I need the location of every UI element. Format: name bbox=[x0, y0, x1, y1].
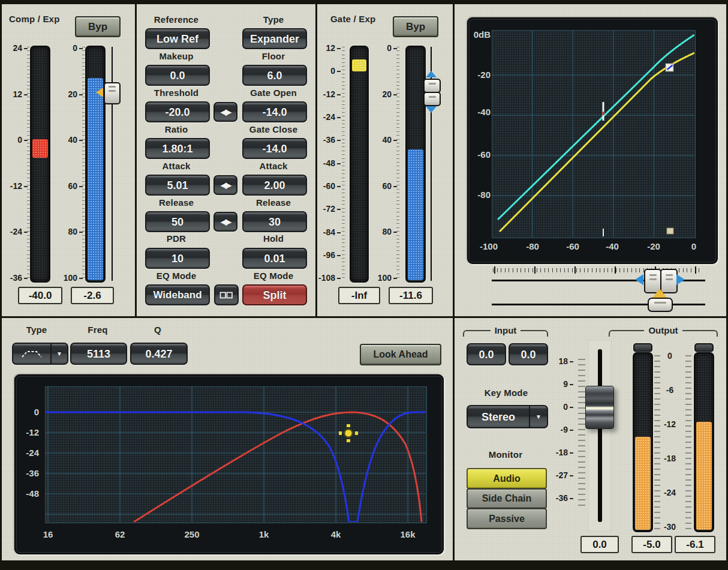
link-icon: ◀▶ bbox=[221, 181, 230, 189]
axis-label: -20 bbox=[463, 70, 491, 80]
comp-level-fill bbox=[88, 78, 103, 280]
threshold-link-button[interactable]: ◀▶ bbox=[213, 102, 237, 122]
output-right-readout: -6.1 bbox=[675, 536, 715, 553]
scale-label: -24 bbox=[317, 112, 341, 122]
reference-button[interactable]: Low Ref bbox=[145, 28, 210, 49]
floor-value[interactable]: 6.0 bbox=[242, 65, 307, 86]
output-fader-handle[interactable] bbox=[585, 386, 614, 429]
stereo-monitor-icon bbox=[219, 292, 233, 299]
gate-eq-mode-button[interactable]: Split bbox=[242, 284, 307, 305]
eq-type-label: Type bbox=[19, 325, 55, 335]
scale-label: -24 bbox=[2, 226, 28, 237]
sidechain-bandpass-curve bbox=[134, 412, 422, 522]
eq-type-dropdown[interactable]: ▼ bbox=[12, 343, 68, 365]
gate-attack-label: Attack bbox=[234, 161, 313, 172]
threshold-slider-track[interactable] bbox=[492, 304, 705, 305]
gate-close-arrow-icon bbox=[426, 106, 437, 113]
gate-gr-meter bbox=[350, 46, 369, 283]
gate-eq-mode-label: EQ Mode bbox=[234, 271, 313, 281]
comp-level-meter bbox=[85, 46, 106, 283]
comp-gr-readout: -40.0 bbox=[18, 287, 62, 304]
scale-label: -36 bbox=[547, 493, 573, 503]
scale-label: 80 bbox=[371, 226, 397, 237]
output-left-fill bbox=[635, 437, 651, 530]
scale-label: -18 bbox=[547, 447, 573, 458]
input-right-value[interactable]: 0.0 bbox=[509, 343, 548, 365]
scale-label: -36 bbox=[2, 272, 28, 283]
axis-label: -48 bbox=[15, 488, 39, 499]
gate-attack-value[interactable]: 2.00 bbox=[242, 175, 307, 196]
gate-gr-fill bbox=[352, 59, 366, 71]
scale-label: -48 bbox=[317, 158, 341, 169]
output-fader-track[interactable] bbox=[598, 349, 602, 522]
attack-link-button[interactable]: ◀▶ bbox=[213, 175, 237, 195]
comp-release-value[interactable]: 50 bbox=[145, 211, 210, 232]
gate-close-label: Gate Close bbox=[234, 125, 313, 135]
gate-open-value[interactable]: -14.0 bbox=[242, 101, 307, 122]
input-group: Input bbox=[463, 325, 548, 337]
gate-release-label: Release bbox=[234, 198, 313, 208]
scale-label: 60 bbox=[371, 181, 397, 191]
gate-title: Gate / Exp bbox=[330, 14, 375, 25]
gate-open-label: Gate Open bbox=[234, 88, 313, 98]
monitor-audio-button[interactable]: Audio bbox=[467, 468, 547, 489]
io-section: Input 0.0 0.0 Key Mode Stereo ▼ Monitor … bbox=[455, 318, 726, 560]
scale-label: 18 bbox=[547, 356, 573, 367]
gate-release-value[interactable]: 30 bbox=[242, 211, 307, 232]
comp-eq-mode-label: EQ Mode bbox=[137, 271, 216, 281]
comp-bypass-button[interactable]: Byp bbox=[75, 16, 121, 37]
scale-label: 12 bbox=[2, 89, 28, 100]
reference-label: Reference bbox=[137, 15, 216, 25]
scale-label: 0 bbox=[371, 43, 397, 53]
bandpass-shape-icon bbox=[20, 349, 43, 359]
threshold-value[interactable]: -20.0 bbox=[145, 101, 210, 122]
monitor-passive-button[interactable]: Passive bbox=[467, 508, 547, 529]
ruler-tick bbox=[695, 266, 696, 274]
plugin-window: Comp / Exp Byp 24 12 0 -12 -24 -36 0 20 … bbox=[0, 0, 728, 570]
axis-label: -36 bbox=[15, 468, 39, 479]
scale-label: -12 bbox=[2, 181, 28, 191]
gate-open-slider-handle[interactable] bbox=[423, 79, 441, 93]
filter-handle-marker[interactable] bbox=[339, 424, 358, 442]
ratio-value[interactable]: 1.80:1 bbox=[145, 138, 210, 159]
gate-transfer-curve bbox=[498, 35, 694, 220]
gate-open-arrow-icon bbox=[426, 71, 437, 77]
tick-strip bbox=[654, 355, 660, 529]
scale-label: -60 bbox=[317, 181, 341, 191]
eq-section: Type Freq Q ▼ 5113 0.427 Look Ahead bbox=[2, 318, 453, 560]
key-mode-dropdown[interactable]: Stereo ▼ bbox=[467, 405, 548, 428]
makeup-value[interactable]: 0.0 bbox=[145, 65, 210, 86]
gate-close-slider-handle[interactable] bbox=[423, 92, 441, 106]
comp-gr-meter bbox=[30, 46, 50, 283]
link-icon: ◀▶ bbox=[221, 218, 230, 226]
scale-label: 24 bbox=[2, 43, 28, 53]
output-left-meter bbox=[633, 352, 653, 532]
eq-freq-value[interactable]: 5113 bbox=[70, 343, 127, 365]
threshold-slider-handle[interactable] bbox=[648, 298, 673, 312]
release-link-button[interactable]: ◀▶ bbox=[213, 212, 237, 232]
comp-threshold-arrow-icon bbox=[96, 88, 103, 97]
monitor-side-chain-button[interactable]: Side Chain bbox=[467, 488, 547, 509]
comp-threshold-slider-handle[interactable] bbox=[104, 82, 121, 104]
comp-release-label: Release bbox=[137, 198, 216, 208]
eq-monitor-button[interactable] bbox=[214, 284, 239, 305]
gate-section: Gate / Exp Byp 12 0 -12 -24 -36 -48 -60 … bbox=[317, 4, 453, 316]
hold-value[interactable]: 0.01 bbox=[242, 248, 307, 269]
ruler-tick bbox=[534, 266, 536, 274]
output-right-clip-led[interactable] bbox=[694, 343, 714, 352]
look-ahead-button[interactable]: Look Ahead bbox=[360, 344, 441, 365]
comp-eq-mode-button[interactable]: Wideband bbox=[145, 284, 210, 305]
output-left-clip-led[interactable] bbox=[633, 343, 652, 352]
eq-q-value[interactable]: 0.427 bbox=[130, 343, 188, 365]
fader-tick-strip bbox=[578, 359, 585, 506]
type-button[interactable]: Expander bbox=[242, 28, 307, 49]
chevron-down-icon: ▼ bbox=[530, 414, 547, 420]
comp-attack-value[interactable]: 5.01 bbox=[145, 175, 210, 196]
axis-label: 4k bbox=[321, 529, 351, 540]
pdr-value[interactable]: 10 bbox=[145, 248, 210, 269]
gate-close-value[interactable]: -14.0 bbox=[242, 138, 307, 159]
input-left-value[interactable]: 0.0 bbox=[467, 343, 506, 365]
scale-label: -72 bbox=[317, 203, 341, 214]
gate-bypass-button[interactable]: Byp bbox=[393, 16, 438, 37]
params-section: Reference Type Low Ref Expander Makeup F… bbox=[137, 4, 315, 316]
